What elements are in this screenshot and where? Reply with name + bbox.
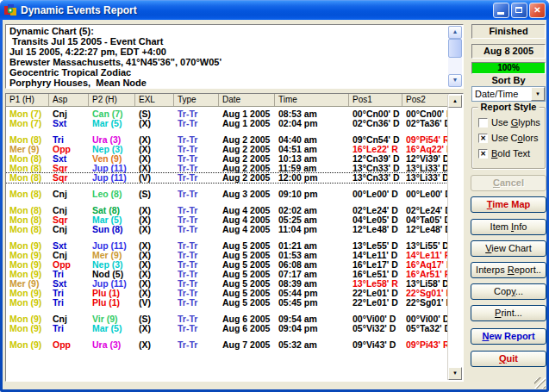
table-row[interactable]: Mon (9)OppNep (3)(X)Tr-TrAug 5 200506:08…	[6, 260, 449, 270]
cell: Tr-Tr	[174, 340, 219, 350]
cell: (X)	[135, 145, 174, 154]
events-table: P1 (H) Asp P2 (H) EXL Type Date Time Pos…	[5, 93, 464, 382]
chevron-down-icon[interactable]: ▼	[531, 87, 545, 101]
cell: Tr-Tr	[174, 270, 219, 279]
table-row-separator	[6, 234, 463, 241]
scroll-down-icon[interactable]: ▼	[448, 367, 462, 380]
cell: Aug 2 2005	[219, 164, 275, 173]
scroll-up-icon[interactable]: ▲	[448, 26, 462, 39]
cell: 02°Le24' D	[402, 206, 449, 215]
item-info-button[interactable]: Item Info	[471, 219, 546, 235]
table-row[interactable]: Mon (9)CnjMer (9)(X)Tr-TrAug 5 200501:53…	[6, 251, 449, 260]
table-row[interactable]: Mon (7)CnjCan (7)(S)Tr-TrAug 1 200508:53…	[6, 109, 449, 119]
minimize-button[interactable]	[493, 3, 509, 18]
table-row[interactable]: Mon (9)TriNod (5)(X)Tr-TrAug 5 200507:17…	[6, 270, 449, 279]
table-row[interactable]: Mon (8)SqrJup (11)(X)Tr-TrAug 2 200511:5…	[6, 164, 449, 173]
table-row[interactable]: Mon (8)SxtVen (9)(X)Tr-TrAug 2 200510:13…	[6, 154, 449, 164]
cell: Nep (3)	[89, 260, 135, 270]
table-row[interactable]: Mon (7)SxtMar (5)(X)Tr-TrAug 1 200502:04…	[6, 119, 449, 128]
checkbox-bold-text[interactable]: ✕ Bold Text	[478, 148, 545, 159]
cell: 02:04 pm	[275, 119, 349, 128]
quit-button[interactable]: Quit	[471, 351, 546, 367]
checkbox-box[interactable]	[478, 118, 488, 128]
print-button[interactable]: Print...	[471, 305, 546, 321]
table-row[interactable]: Mon (9)SxtJup (11)(X)Tr-TrAug 5 200501:2…	[6, 241, 449, 251]
table-row[interactable]: Mon (8)CnjSun (8)(X)Tr-TrAug 4 200511:04…	[6, 225, 449, 234]
copy-button[interactable]: Copy...	[471, 283, 546, 300]
table-row[interactable]: Mon (9)OppUra (3)(X)Tr-TrAug 7 200505:32…	[6, 340, 449, 350]
cell: 13°Li55' D	[402, 241, 449, 251]
cell: 12°Le48' D	[402, 225, 449, 234]
cell: Sqr	[49, 173, 89, 183]
cell: 12:00 pm	[275, 173, 349, 183]
cell: Aug 5 2005	[219, 270, 275, 279]
checkbox-box[interactable]: ✕	[478, 149, 488, 159]
cell: Tr-Tr	[174, 173, 219, 183]
sort-by-label: Sort By	[471, 75, 546, 85]
cell: (X)	[135, 215, 174, 225]
cell: Mon (8)	[6, 225, 49, 234]
chart-info-line: Brewster Massachusetts, 41°N45'36", 070°…	[9, 57, 446, 67]
table-row[interactable]: Mon (9)CnjVir (9)(S)Tr-TrAug 6 200509:54…	[6, 314, 449, 324]
cell: 16°Le51' D	[349, 270, 402, 279]
close-button[interactable]: ✕	[529, 3, 546, 18]
cell: Aug 4 2005	[219, 206, 275, 215]
cell: Mon (8)	[6, 135, 49, 145]
cell: Aug 5 2005	[219, 298, 275, 308]
cell: (X)	[135, 260, 174, 270]
table-row-separator	[6, 333, 463, 340]
cell: 14°Le11' R	[402, 251, 449, 260]
cell: 11:04 pm	[275, 225, 349, 234]
checkbox-use-glyphs[interactable]: Use Glyphs	[478, 117, 545, 128]
cell: 16°Aq17' R	[402, 260, 449, 270]
new-report-button[interactable]: New Report	[471, 328, 546, 345]
cell: Cnj	[49, 109, 89, 119]
cell: Mer (9)	[6, 279, 49, 289]
cell: Sxt	[49, 154, 89, 164]
cell: 01:53 am	[275, 251, 349, 260]
cell: 01:21 am	[275, 241, 349, 251]
table-row[interactable]: Mer (9)OppNep (3)(X)Tr-TrAug 2 200504:51…	[6, 145, 449, 154]
cell: (S)	[135, 190, 174, 199]
scrollbar-thumb[interactable]	[448, 39, 462, 58]
cell: Aug 1 2005	[219, 119, 275, 128]
cell: Tr-Tr	[174, 279, 219, 289]
interps-report-button[interactable]: Interps Report..	[471, 262, 546, 278]
info-scrollbar[interactable]: ▲ ▼	[448, 26, 462, 87]
scroll-down-icon[interactable]: ▼	[448, 74, 462, 87]
cell: Mon (9)	[6, 324, 49, 333]
cell: 05°Vi32' D	[349, 324, 402, 333]
table-row[interactable]: Mon (8)CnjLeo (8)(S)Tr-TrAug 3 200509:10…	[6, 190, 449, 199]
table-row[interactable]: Mon (8)CnjSat (8)(X)Tr-TrAug 4 200502:02…	[6, 206, 449, 215]
table-row[interactable]: Mon (8)TriUra (3)(X)Tr-TrAug 2 200504:40…	[6, 135, 449, 145]
cell: Mer (9)	[6, 145, 49, 154]
cell: 13°Cn33' D	[349, 173, 402, 183]
table-scrollbar[interactable]: ▲ ▼	[447, 95, 462, 380]
view-chart-button[interactable]: View Chart	[471, 240, 546, 257]
checkbox-use-colors[interactable]: ✕ Use Colors	[478, 133, 545, 143]
time-map-button[interactable]: Time Map	[471, 196, 546, 213]
table-row[interactable]: Mon (8)SqrMar (5)(X)Tr-TrAug 4 200505:25…	[6, 215, 449, 225]
cell: Aug 5 2005	[219, 279, 275, 289]
cell: Aug 4 2005	[219, 215, 275, 225]
scroll-up-icon[interactable]: ▲	[448, 95, 462, 108]
cell: Mon (7)	[6, 119, 49, 128]
cell: Mon (9)	[6, 241, 49, 251]
checkbox-box[interactable]: ✕	[478, 134, 488, 143]
table-row-selected[interactable]: Mon (8)SqrJup (11)(V)Tr-TrAug 2 200512:0…	[6, 173, 449, 183]
table-row[interactable]: Mon (9)TriMar (5)(X)Tr-TrAug 6 200509:04…	[6, 324, 449, 333]
table-row[interactable]: Mer (9)SxtJup (11)(X)Tr-TrAug 5 200508:3…	[6, 279, 449, 289]
cell: Leo (8)	[89, 190, 135, 199]
sidebar: Finished Aug 8 2005 100% Sort By Date/Ti…	[471, 20, 546, 389]
cell: Tr-Tr	[174, 135, 219, 145]
resize-grip[interactable]	[534, 377, 546, 389]
cell: Mon (9)	[6, 270, 49, 279]
column-header-exl: EXL	[135, 94, 174, 106]
cell: Tr-Tr	[174, 298, 219, 308]
cell: Mar (5)	[89, 324, 135, 333]
sort-by-dropdown[interactable]: Date/Time ▼	[471, 86, 546, 102]
maximize-button[interactable]	[511, 3, 527, 18]
table-row[interactable]: Mon (9)TriPlu (1)(V)Tr-TrAug 5 200505:45…	[6, 298, 449, 308]
table-row[interactable]: Mon (9)TriPlu (1)(X)Tr-TrAug 5 200505:44…	[6, 289, 449, 298]
cell: 02°Cn36' D	[349, 119, 402, 128]
